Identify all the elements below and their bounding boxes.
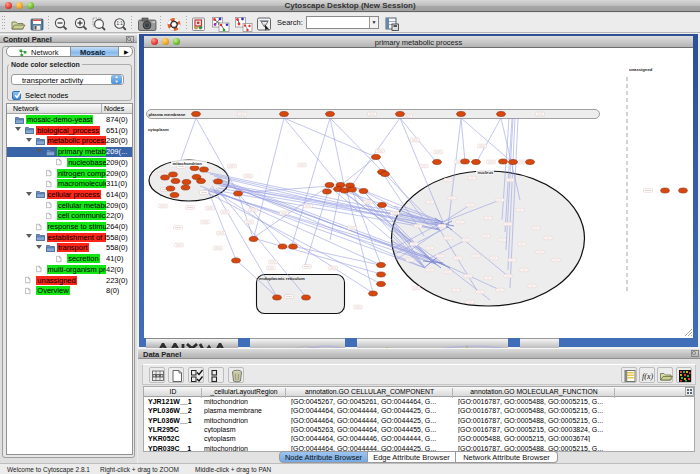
svg-text:cytoplasm: cytoplasm <box>148 127 169 132</box>
svg-text:endoplasmic reticulum: endoplasmic reticulum <box>259 276 305 281</box>
svg-text:f(x): f(x) <box>642 372 653 381</box>
svg-text:unassigned: unassigned <box>629 67 653 72</box>
svg-text:1:1: 1:1 <box>117 21 124 26</box>
svg-text:mitochondrion: mitochondrion <box>173 161 203 166</box>
svg-text:nucleus: nucleus <box>478 170 494 175</box>
svg-text:plasma membrane: plasma membrane <box>149 112 186 117</box>
